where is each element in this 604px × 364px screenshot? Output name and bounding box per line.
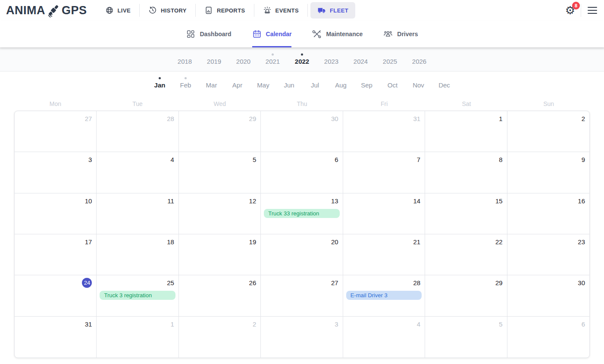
settings-button[interactable]: ⚙ 8 xyxy=(565,5,575,16)
selection-dot xyxy=(288,77,290,79)
top-nav: ANIMA GPS LIVE HISTORY REPORTS EVENTS FL… xyxy=(0,0,604,21)
calendar-day-cell[interactable]: 9 xyxy=(507,152,589,193)
calendar-day-cell[interactable]: 23 xyxy=(507,234,589,275)
tab-maintenance[interactable]: Maintenance xyxy=(312,21,363,47)
calendar-day-cell[interactable]: 5 xyxy=(179,152,261,193)
calendar-day-cell[interactable]: 27 xyxy=(15,111,97,152)
day-number: 22 xyxy=(495,238,503,246)
weekday-header: Sun xyxy=(507,99,590,109)
calendar-day-cell[interactable]: 8 xyxy=(425,152,507,193)
calendar-day-cell[interactable]: 2 xyxy=(179,317,261,358)
year-2018[interactable]: 2018 xyxy=(170,53,200,65)
calendar-day-cell[interactable]: 25 Truck 3 registration xyxy=(97,275,178,316)
day-number: 9 xyxy=(582,156,585,163)
calendar-day-cell[interactable]: 20 xyxy=(261,234,343,275)
month-jul[interactable]: Jul xyxy=(302,77,328,89)
calendar-day-cell[interactable]: 14 xyxy=(343,193,425,234)
month-sep[interactable]: Sep xyxy=(354,77,380,89)
calendar-day-cell[interactable]: 5 xyxy=(425,317,507,358)
calendar-day-cell[interactable]: 4 xyxy=(343,317,425,358)
calendar-day-cell[interactable]: 15 xyxy=(425,193,507,234)
day-number: 14 xyxy=(413,197,420,205)
nav-item-reports[interactable]: REPORTS xyxy=(196,2,254,19)
calendar-day-cell[interactable]: 28 E-mail Driver 3 xyxy=(343,275,425,316)
day-number: 28 xyxy=(413,279,420,286)
calendar-day-cell[interactable]: 28 xyxy=(97,111,178,152)
year-label: 2026 xyxy=(412,58,426,65)
nav-item-history[interactable]: HISTORY xyxy=(140,2,195,19)
calendar-day-cell[interactable]: 29 xyxy=(179,111,261,152)
calendar-day-cell[interactable]: 24 xyxy=(15,275,97,316)
calendar-day-cell[interactable]: 12 xyxy=(179,193,261,234)
year-2019[interactable]: 2019 xyxy=(200,53,229,65)
month-oct[interactable]: Oct xyxy=(380,77,406,89)
year-2023[interactable]: 2023 xyxy=(317,53,346,65)
month-aug[interactable]: Aug xyxy=(328,77,354,89)
month-jun[interactable]: Jun xyxy=(276,77,302,89)
year-2022[interactable]: 2022 xyxy=(288,53,317,65)
brand-text-right: GPS xyxy=(62,5,87,16)
reports-icon xyxy=(204,6,213,15)
calendar-day-cell[interactable]: 7 xyxy=(343,152,425,193)
calendar-day-cell[interactable]: 4 xyxy=(97,152,178,193)
month-feb[interactable]: Feb xyxy=(173,77,199,89)
calendar-day-cell[interactable]: 21 xyxy=(343,234,425,275)
year-2025[interactable]: 2025 xyxy=(376,53,405,65)
calendar-day-cell[interactable]: 3 xyxy=(261,317,343,358)
calendar-day-cell[interactable]: 27 xyxy=(261,275,343,316)
year-2024[interactable]: 2024 xyxy=(346,53,376,65)
calendar-day-cell[interactable]: 18 xyxy=(97,234,178,275)
month-nov[interactable]: Nov xyxy=(406,77,432,89)
calendar-day-cell[interactable]: 30 xyxy=(507,275,589,316)
calendar-day-cell[interactable]: 29 xyxy=(425,275,507,316)
calendar-day-cell[interactable]: 13 Truck 33 registration xyxy=(261,193,343,234)
selection-dot xyxy=(184,53,186,56)
calendar-day-cell[interactable]: 31 xyxy=(15,317,97,358)
day-number: 29 xyxy=(249,115,257,122)
calendar-day-cell[interactable]: 1 xyxy=(425,111,507,152)
tab-drivers[interactable]: Drivers xyxy=(383,21,418,47)
nav-item-label: LIVE xyxy=(118,7,131,14)
selection-dot xyxy=(314,77,316,79)
month-label: Nov xyxy=(413,81,424,89)
day-number: 15 xyxy=(495,197,503,205)
calendar-day-cell[interactable]: 17 xyxy=(15,234,97,275)
calendar-day-cell[interactable]: 2 xyxy=(507,111,589,152)
tab-calendar[interactable]: Calendar xyxy=(252,21,292,47)
year-2021[interactable]: 2021 xyxy=(258,53,288,65)
calendar-day-cell[interactable]: 22 xyxy=(425,234,507,275)
calendar-grid: 27 28 29 30 31 1 2 xyxy=(14,111,590,358)
hamburger-menu-icon[interactable] xyxy=(587,5,598,16)
month-mar[interactable]: Mar xyxy=(199,77,225,89)
weekday-header: Wed xyxy=(178,99,261,109)
calendar-day-cell[interactable]: 10 xyxy=(15,193,97,234)
nav-item-fleet[interactable]: FLEET xyxy=(310,2,355,19)
calendar-day-cell[interactable]: 3 xyxy=(15,152,97,193)
tab-dashboard[interactable]: Dashboard xyxy=(186,21,231,47)
year-2026[interactable]: 2026 xyxy=(405,53,434,65)
calendar-day-cell[interactable]: 11 xyxy=(97,193,178,234)
month-may[interactable]: May xyxy=(250,77,276,89)
year-2020[interactable]: 2020 xyxy=(229,53,258,65)
nav-item-live[interactable]: LIVE xyxy=(97,2,140,19)
calendar-event-chip[interactable]: Truck 3 registration xyxy=(100,291,175,300)
calendar-day-cell[interactable]: 16 xyxy=(507,193,589,234)
nav-item-events[interactable]: EVENTS xyxy=(254,2,307,19)
month-dec[interactable]: Dec xyxy=(432,77,457,89)
calendar-day-cell[interactable]: 1 xyxy=(97,317,178,358)
calendar-event-chip[interactable]: Truck 33 registration xyxy=(264,209,339,218)
drivers-icon xyxy=(383,29,393,39)
day-number: 12 xyxy=(249,197,257,205)
calendar-day-cell[interactable]: 6 xyxy=(261,152,343,193)
day-number: 19 xyxy=(249,238,257,246)
calendar-day-cell[interactable]: 31 xyxy=(343,111,425,152)
calendar-day-cell[interactable]: 6 xyxy=(507,317,589,358)
calendar-day-cell[interactable]: 26 xyxy=(179,275,261,316)
month-label: Jul xyxy=(311,81,319,89)
calendar-event-chip[interactable]: E-mail Driver 3 xyxy=(346,291,422,300)
month-apr[interactable]: Apr xyxy=(225,77,250,89)
top-nav-right: ⚙ 8 xyxy=(565,4,598,17)
month-jan[interactable]: Jan xyxy=(147,77,173,89)
calendar-day-cell[interactable]: 30 xyxy=(261,111,343,152)
calendar-day-cell[interactable]: 19 xyxy=(179,234,261,275)
